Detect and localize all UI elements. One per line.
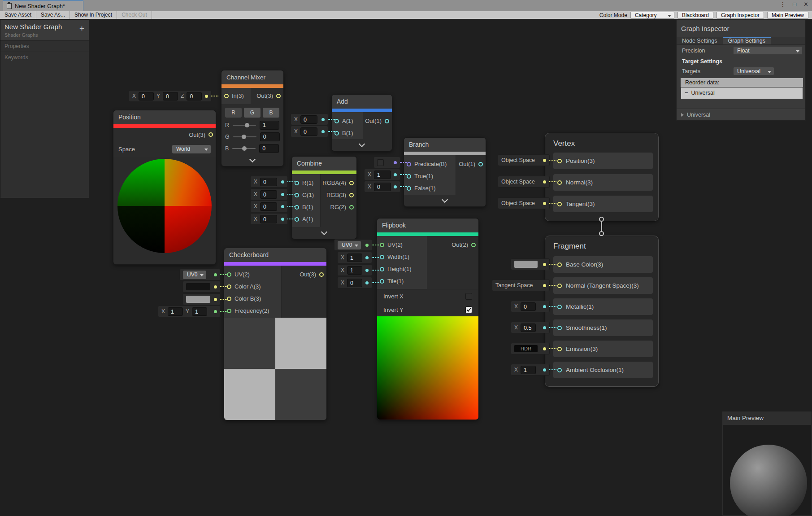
reorder-item-universal[interactable]: = Universal	[681, 87, 803, 99]
vertex-tangent-port[interactable]	[557, 202, 562, 206]
save-as-button[interactable]: Save As...	[36, 11, 70, 19]
node-add[interactable]: Add A(1) B(1) Out(1)	[331, 94, 392, 151]
vertex-position-port[interactable]	[557, 159, 562, 163]
node-channel-mixer[interactable]: Channel Mixer In(3) Out(3) R G B R 1 G 0…	[221, 70, 284, 166]
node-checkerboard[interactable]: Checkerboard UV(2) Color A(3) Color B(3)…	[224, 248, 327, 420]
fragment-metallic-port[interactable]	[557, 305, 562, 309]
position-out-port[interactable]	[208, 132, 213, 137]
flipbook-height-default[interactable]: X1	[337, 264, 372, 276]
node-position[interactable]: Position Out(3) Space World	[113, 110, 216, 265]
node-fragment[interactable]: Fragment Base Color(3) Normal (Tangent S…	[545, 236, 659, 387]
combine-b-default[interactable]: X0	[250, 201, 288, 212]
flipbook-uv-port[interactable]	[380, 243, 384, 247]
flipbook-uv-default[interactable]: UV0	[334, 239, 372, 251]
tab-new-shader-graph[interactable]: New Shader Graph*	[3, 0, 83, 11]
color-a-swatch[interactable]	[186, 283, 210, 290]
checkerboard-frequency-port[interactable]	[227, 309, 231, 313]
fragment-smoothness-default[interactable]: X0.5	[511, 322, 550, 333]
fragment-base-color-default[interactable]	[511, 258, 550, 270]
x-field[interactable]: 1	[168, 307, 183, 316]
flipbook-width-default[interactable]: X1	[337, 252, 372, 263]
x-field[interactable]: 0	[139, 92, 154, 101]
combine-rg-port[interactable]	[349, 205, 354, 210]
fragment-emission-port[interactable]	[557, 347, 562, 351]
main-preview-viewport[interactable]	[723, 425, 811, 515]
fragment-normal-port[interactable]	[557, 284, 562, 288]
collapse-chevron[interactable]	[221, 154, 283, 166]
checkerboard-color-a-port[interactable]	[227, 284, 231, 289]
invert-x-checkbox[interactable]	[465, 293, 472, 300]
value-field[interactable]: 0	[374, 183, 391, 191]
checkerboard-color-a-default[interactable]	[182, 281, 221, 293]
uv-channel-dropdown[interactable]: UV0	[338, 241, 361, 249]
channel-mixer-in-port[interactable]	[224, 94, 229, 98]
flipbook-out-port[interactable]	[471, 243, 476, 247]
branch-predicate-port[interactable]	[407, 162, 411, 166]
value-field[interactable]: 1	[347, 254, 362, 262]
save-asset-button[interactable]: Save Asset	[0, 11, 36, 19]
combine-r-port[interactable]	[295, 181, 299, 185]
add-property-button[interactable]: +	[79, 24, 84, 33]
color-mode-dropdown[interactable]: Category	[630, 12, 674, 19]
fragment-emission-default[interactable]: HDR	[511, 343, 550, 354]
combine-rgb-port[interactable]	[349, 193, 354, 197]
fragment-ao-default[interactable]: X1	[511, 364, 550, 376]
value-field[interactable]: 0	[300, 115, 317, 124]
value-field[interactable]: 0	[260, 178, 277, 186]
close-icon[interactable]: ✕	[803, 1, 808, 8]
combine-a-port[interactable]	[295, 217, 299, 222]
value-field[interactable]: 0	[347, 279, 362, 287]
universal-foldout[interactable]: Universal	[677, 109, 805, 120]
value-field[interactable]: 0	[300, 127, 317, 136]
vertex-normal-port[interactable]	[557, 180, 562, 185]
channel-g-button[interactable]: G	[244, 108, 261, 118]
y-field[interactable]: 0	[163, 92, 178, 101]
flipbook-width-port[interactable]	[380, 255, 384, 259]
value-field[interactable]: 0	[521, 302, 536, 311]
combine-a-default[interactable]: X0	[250, 213, 288, 225]
combine-rgba-port[interactable]	[349, 181, 354, 185]
combine-r-default[interactable]: X0	[250, 176, 288, 188]
z-field[interactable]: 0	[187, 92, 202, 101]
predicate-checkbox[interactable]	[377, 159, 384, 166]
r-slider[interactable]	[233, 125, 256, 126]
main-preview-toggle-button[interactable]: Main Preview	[767, 12, 808, 19]
checkerboard-uv-default[interactable]: UV0	[179, 269, 221, 280]
flipbook-height-port[interactable]	[380, 267, 384, 271]
color-b-swatch[interactable]	[186, 296, 210, 303]
r-value-field[interactable]: 1	[260, 121, 279, 130]
base-color-swatch[interactable]	[514, 261, 538, 268]
flipbook-tile-port[interactable]	[380, 279, 384, 284]
fragment-ao-port[interactable]	[557, 368, 562, 372]
add-a-port[interactable]	[334, 119, 339, 123]
blackboard-section-keywords[interactable]: Keywords	[0, 52, 89, 63]
window-menu-icon[interactable]: ⋮	[780, 1, 786, 8]
value-field[interactable]: 0	[260, 190, 277, 199]
uv-channel-dropdown[interactable]: UV0	[183, 271, 206, 279]
b-value-field[interactable]: 0	[259, 144, 279, 153]
add-b-default[interactable]: X0	[291, 126, 328, 137]
branch-false-default[interactable]: X0	[364, 181, 400, 192]
combine-b-port[interactable]	[295, 205, 299, 210]
value-field[interactable]: 1	[521, 366, 536, 374]
node-combine[interactable]: Combine R(1) G(1) B(1) A(1) RGBA(4) RGB(…	[291, 156, 357, 239]
blackboard-section-properties[interactable]: Properties	[0, 41, 89, 52]
g-slider[interactable]	[233, 136, 256, 137]
branch-out-port[interactable]	[478, 162, 483, 166]
invert-y-checkbox[interactable]	[465, 306, 472, 313]
value-field[interactable]: 0.5	[521, 324, 536, 332]
fragment-metallic-default[interactable]: X0	[511, 301, 550, 312]
graph-inspector-toggle-button[interactable]: Graph Inspector	[716, 12, 764, 19]
flipbook-tile-default[interactable]: X0	[337, 277, 372, 289]
checkerboard-frequency-default[interactable]: X1 Y1	[158, 306, 221, 317]
add-out-port[interactable]	[385, 119, 389, 123]
combine-g-default[interactable]: X0	[250, 188, 288, 200]
channel-r-button[interactable]: R	[225, 108, 242, 118]
checkerboard-color-b-default[interactable]	[182, 293, 221, 305]
tab-node-settings[interactable]: Node Settings	[677, 37, 723, 44]
collapse-chevron[interactable]	[404, 195, 486, 206]
vertex-position-space[interactable]: Object Space	[498, 154, 550, 166]
combine-g-port[interactable]	[295, 193, 299, 197]
checkerboard-color-b-port[interactable]	[227, 297, 231, 301]
vertex-normal-space[interactable]: Object Space	[498, 176, 550, 188]
